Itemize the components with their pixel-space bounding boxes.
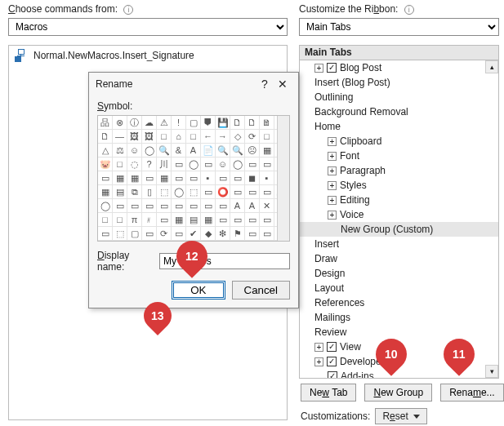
- symbol-cell[interactable]: 🖼: [142, 130, 157, 144]
- symbol-cell[interactable]: □: [186, 130, 201, 144]
- symbol-cell[interactable]: !: [172, 116, 186, 130]
- info-icon[interactable]: i: [404, 5, 414, 15]
- symbol-cell[interactable]: 💾: [216, 116, 230, 130]
- symbol-cell[interactable]: A: [186, 144, 201, 158]
- symbol-cell[interactable]: ▦: [260, 144, 274, 158]
- tree-item[interactable]: Add-ins: [300, 369, 498, 379]
- symbol-cell[interactable]: ▭: [245, 213, 260, 227]
- symbol-cell[interactable]: ▭: [260, 227, 274, 241]
- symbol-cell[interactable]: ▭: [245, 227, 260, 241]
- symbol-cell[interactable]: ▭: [157, 213, 172, 227]
- scroll-up-icon[interactable]: ▴: [485, 60, 498, 73]
- symbol-cell[interactable]: ⓘ: [127, 116, 142, 130]
- symbol-cell[interactable]: ⟳: [245, 130, 260, 144]
- new-group-button[interactable]: New GroupNew Group: [364, 384, 432, 402]
- tree-item[interactable]: Insert: [300, 237, 498, 251]
- symbol-cell[interactable]: ▪: [260, 171, 274, 185]
- symbol-cell[interactable]: ▭: [127, 199, 142, 213]
- symbol-cell[interactable]: ▭: [230, 185, 245, 199]
- symbol-cell[interactable]: ▭: [216, 171, 230, 185]
- symbol-cell[interactable]: 品: [98, 116, 113, 130]
- symbol-cell[interactable]: ▤: [113, 185, 127, 199]
- tree-item[interactable]: References: [300, 295, 498, 310]
- symbol-cell[interactable]: ▭: [230, 171, 245, 185]
- symbol-cell[interactable]: ▭: [216, 213, 230, 227]
- tree-item[interactable]: +Font: [300, 149, 498, 163]
- expand-icon[interactable]: +: [328, 166, 337, 175]
- tree-item[interactable]: Review: [300, 325, 498, 339]
- symbol-cell[interactable]: ▭: [260, 213, 274, 227]
- tree-item[interactable]: Home: [300, 119, 498, 134]
- symbol-cell[interactable]: ▭: [201, 199, 216, 213]
- expand-icon[interactable]: +: [328, 181, 337, 190]
- symbol-cell[interactable]: ⚖: [113, 144, 127, 158]
- symbol-cell[interactable]: ▦: [113, 171, 127, 185]
- symbol-cell[interactable]: →: [216, 130, 230, 144]
- symbol-cell[interactable]: ▦: [172, 213, 186, 227]
- symbol-cell[interactable]: ⟳: [157, 227, 172, 241]
- symbol-cell[interactable]: ✔: [186, 227, 201, 241]
- symbol-cell[interactable]: ▭: [142, 227, 157, 241]
- symbol-cell[interactable]: ▭: [216, 199, 230, 213]
- customize-ribbon-dropdown[interactable]: Main Tabs: [299, 18, 499, 36]
- symbol-grid[interactable]: 品⊗ⓘ☁⚠!▢⛊💾🗋🗋🗎▭🗋—🖼🖼□⌂□←→◇⟳□⚲△⚖☺◯🔍&A📄🔍🔍☹▦▭🐷…: [97, 115, 290, 242]
- tree-item[interactable]: Insert (Blog Post): [300, 75, 498, 90]
- symbol-cell[interactable]: ▭: [186, 171, 201, 185]
- symbol-cell[interactable]: ☹: [245, 144, 260, 158]
- symbol-cell[interactable]: ▭: [201, 158, 216, 171]
- close-icon[interactable]: ✕: [274, 78, 292, 91]
- tree-item[interactable]: +Voice: [300, 207, 498, 222]
- list-item[interactable]: Normal.NewMacros.Insert_Signature: [9, 46, 287, 65]
- symbol-cell[interactable]: 川: [157, 158, 172, 171]
- symbol-cell[interactable]: ▯: [142, 185, 157, 199]
- help-icon[interactable]: ?: [256, 78, 274, 91]
- symbol-cell[interactable]: ▪: [201, 171, 216, 185]
- symbol-cell[interactable]: 🔍: [157, 144, 172, 158]
- symbol-cell[interactable]: 🖼: [127, 130, 142, 144]
- tree-item[interactable]: Layout: [300, 281, 498, 295]
- symbol-cell[interactable]: ▭: [186, 199, 201, 213]
- symbol-cell[interactable]: ▭: [142, 199, 157, 213]
- tree-item[interactable]: +Clipboard: [300, 134, 498, 149]
- symbol-cell[interactable]: ▢: [127, 227, 142, 241]
- symbol-cell[interactable]: ◆: [201, 227, 216, 241]
- tree-item[interactable]: Background Removal: [300, 104, 498, 119]
- tree-item[interactable]: +Paragraph: [300, 163, 498, 178]
- reset-button[interactable]: Reset Reset: [375, 408, 426, 424]
- symbol-cell[interactable]: ▭: [98, 227, 113, 241]
- expand-icon[interactable]: +: [314, 357, 323, 366]
- symbol-cell[interactable]: ▭: [172, 227, 186, 241]
- symbol-cell[interactable]: ▭: [230, 213, 245, 227]
- symbol-cell[interactable]: ◯: [172, 185, 186, 199]
- symbol-cell[interactable]: ⬚: [113, 227, 127, 241]
- symbol-cell[interactable]: π: [127, 213, 142, 227]
- symbol-cell[interactable]: 🔍: [230, 144, 245, 158]
- symbol-cell[interactable]: 🐷: [98, 158, 113, 171]
- symbol-cell[interactable]: ◯: [186, 158, 201, 171]
- scrollbar[interactable]: [277, 116, 289, 241]
- symbol-cell[interactable]: □: [113, 213, 127, 227]
- expand-icon[interactable]: +: [328, 211, 337, 220]
- symbol-cell[interactable]: ←: [201, 130, 216, 144]
- symbol-cell[interactable]: ▭: [113, 199, 127, 213]
- symbol-cell[interactable]: ⭕: [216, 185, 230, 199]
- symbol-cell[interactable]: ▭: [172, 158, 186, 171]
- symbol-cell[interactable]: ⬚: [157, 185, 172, 199]
- symbol-cell[interactable]: □: [98, 213, 113, 227]
- symbol-cell[interactable]: □: [260, 130, 274, 144]
- checkbox[interactable]: [327, 357, 337, 366]
- expand-icon[interactable]: +: [314, 64, 323, 73]
- symbol-cell[interactable]: Α: [245, 199, 260, 213]
- symbol-cell[interactable]: ◯: [98, 199, 113, 213]
- checkbox[interactable]: [327, 342, 337, 352]
- symbol-cell[interactable]: ⊗: [113, 116, 127, 130]
- symbol-cell[interactable]: ❇: [216, 227, 230, 241]
- symbol-cell[interactable]: □: [113, 158, 127, 171]
- tree-item[interactable]: +Editing: [300, 193, 498, 207]
- symbol-cell[interactable]: ⌂: [172, 130, 186, 144]
- symbol-cell[interactable]: ✕: [260, 199, 274, 213]
- choose-commands-dropdown[interactable]: Macros: [8, 18, 288, 36]
- symbol-cell[interactable]: ?: [142, 158, 157, 171]
- symbol-cell[interactable]: ▭: [201, 185, 216, 199]
- symbol-cell[interactable]: —: [113, 130, 127, 144]
